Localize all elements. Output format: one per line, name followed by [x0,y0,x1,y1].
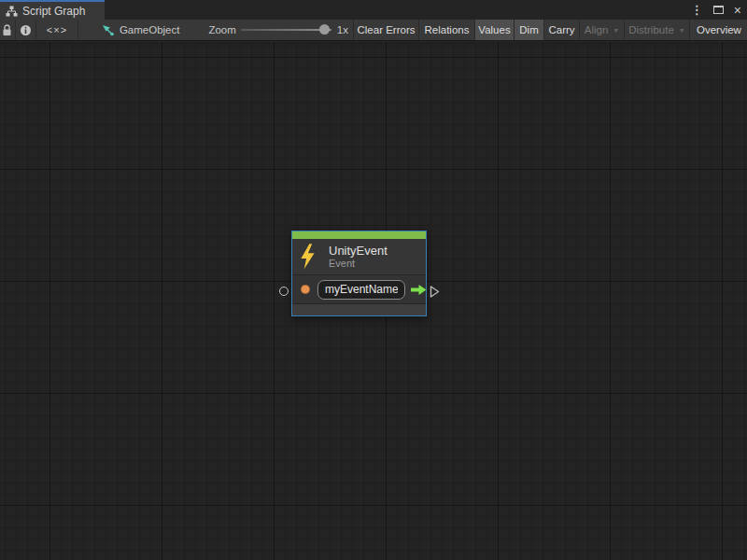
tab-title: Script Graph [22,5,85,18]
dropdown-arrow-icon: ▼ [613,27,619,34]
node-accent-bar [292,231,426,239]
dim-toggle-button[interactable]: Dim [514,20,543,40]
node-footer [292,304,426,315]
align-dropdown-button[interactable]: Align ▼ [579,20,624,40]
graph-toolbar: <×> GameObject Zoom 1x Clear Errors Rela… [0,20,747,41]
distribute-dropdown-button[interactable]: Distribute ▼ [624,20,689,40]
window-maximize-icon[interactable] [713,6,724,14]
zoom-slider-handle[interactable] [319,24,330,35]
tab-script-graph[interactable]: Script Graph [0,0,105,20]
graph-owner-label: GameObject [120,24,180,35]
node-header: UnityEvent Event [292,239,426,275]
window-menu-icon[interactable]: ⋮ [691,4,703,16]
control-input-port[interactable] [279,287,289,296]
distribute-label: Distribute [628,24,674,35]
zoom-slider[interactable] [241,20,331,40]
event-name-input[interactable] [317,280,405,300]
unity-event-node[interactable]: UnityEvent Event [291,231,427,316]
info-icon [20,24,32,36]
values-toggle-button[interactable]: Values [474,20,514,40]
code-view-button[interactable]: <×> [36,20,78,40]
window-titlebar: Script Graph ⋮ × [0,0,747,20]
overview-button[interactable]: Overview [689,20,747,40]
clear-errors-button[interactable]: Clear Errors [353,20,418,40]
control-output-port[interactable] [430,285,440,299]
zoom-value: 1x [337,24,348,35]
script-graph-asset-icon [101,23,114,36]
zoom-label: Zoom [208,24,235,35]
align-label: Align [585,24,609,35]
node-subtitle: Event [329,259,388,269]
flow-arrow-icon [411,284,427,296]
window-close-icon[interactable]: × [734,4,741,17]
lock-button[interactable] [0,20,16,40]
graph-hierarchy-icon [6,6,18,17]
lock-icon [2,24,12,36]
info-button[interactable] [16,20,37,40]
lightning-bolt-icon [300,244,316,270]
node-port-row [292,275,426,304]
event-name-value-port[interactable] [301,285,310,294]
carry-toggle-button[interactable]: Carry [543,20,579,40]
graph-canvas[interactable]: UnityEvent Event [0,42,747,560]
node-title: UnityEvent [329,245,388,257]
code-brackets-icon: <×> [47,24,67,35]
zoom-slider-track [241,29,331,31]
dropdown-arrow-icon: ▼ [679,27,685,34]
relations-button[interactable]: Relations [418,20,474,40]
